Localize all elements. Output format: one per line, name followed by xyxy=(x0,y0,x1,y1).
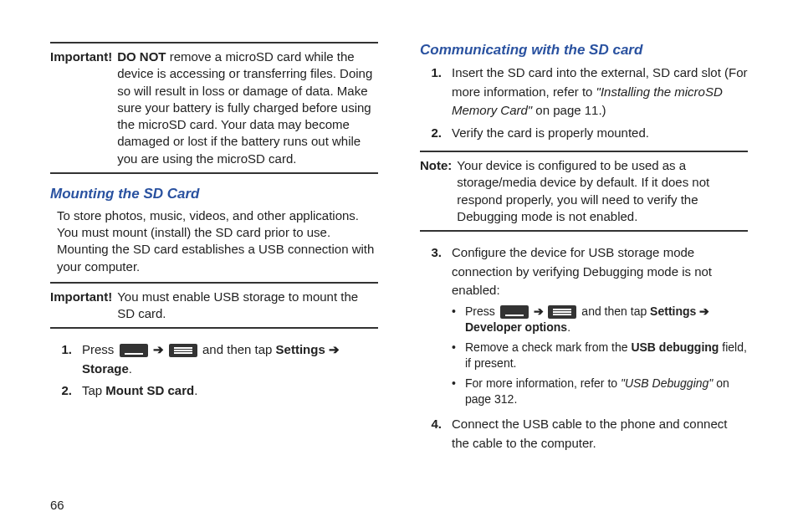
step-number: 1. xyxy=(57,340,72,378)
bullet-icon: • xyxy=(452,304,460,336)
important1-body: remove a microSD card while the device i… xyxy=(117,49,372,166)
bullet-content: For more information, refer to "USB Debu… xyxy=(465,376,748,408)
text: Configure the device for USB storage mod… xyxy=(452,245,712,297)
mount-sd-label: Mount SD card xyxy=(105,383,194,397)
sub-bullets: • Press ➔ and then tap Settings ➔ Develo… xyxy=(452,304,748,409)
text: . xyxy=(567,320,570,334)
step-number: 2. xyxy=(427,124,442,143)
important-label-2: Important! xyxy=(50,289,112,323)
communicating-steps-1: 1. Insert the SD card into the external,… xyxy=(420,64,748,142)
text: Press xyxy=(82,342,118,356)
step-content: Insert the SD card into the external, SD… xyxy=(452,64,748,120)
arrow-icon: ➔ xyxy=(153,342,164,356)
text: and then tap xyxy=(202,342,276,356)
step-content: Verify the card is properly mounted. xyxy=(452,124,748,143)
arrow-icon: ➔ xyxy=(329,342,340,356)
home-button-icon xyxy=(500,305,529,319)
step-content: Connect the USB cable to the phone and c… xyxy=(452,415,748,453)
note-block: Note: Your device is configured to be us… xyxy=(420,151,748,232)
list-item: 3. Configure the device for USB storage … xyxy=(427,243,748,412)
text: Press xyxy=(465,304,499,318)
usb-debugging-label: USB debugging xyxy=(631,340,719,354)
do-not: DO NOT xyxy=(117,49,166,64)
mounting-paragraph: To store photos, music, videos, and othe… xyxy=(50,207,378,275)
list-item: 2. Verify the card is properly mounted. xyxy=(427,124,748,143)
bullet-icon: • xyxy=(452,340,460,372)
important-text: DO NOT remove a microSD card while the d… xyxy=(117,49,378,167)
page-columns: Important! DO NOT remove a microSD card … xyxy=(50,42,748,485)
list-item: • Remove a check mark from the USB debug… xyxy=(452,340,748,372)
text: on page 11.) xyxy=(532,103,606,117)
important-label: Important! xyxy=(50,49,112,167)
bullet-icon: • xyxy=(452,376,460,408)
reference-italic: "USB Debugging" xyxy=(621,376,713,390)
step-content: Tap Mount SD card. xyxy=(82,381,378,401)
arrow-icon: ➔ xyxy=(534,304,544,318)
right-column: Communicating with the SD card 1. Insert… xyxy=(420,42,748,485)
note-label: Note: xyxy=(420,157,452,225)
text: . xyxy=(194,383,197,397)
arrow-icon: ➔ xyxy=(699,304,709,318)
list-item: 1. Press ➔ and then tap Settings ➔ Stora… xyxy=(57,340,378,378)
text: . xyxy=(129,361,132,376)
heading-mounting: Mounting the SD Card xyxy=(50,186,378,202)
step-number: 2. xyxy=(57,381,72,401)
bullet-content: Remove a check mark from the USB debuggi… xyxy=(465,340,748,372)
heading-communicating: Communicating with the SD card xyxy=(420,42,748,59)
step-number: 3. xyxy=(427,243,442,412)
developer-options-label: Developer options xyxy=(465,320,567,334)
step-content: Press ➔ and then tap Settings ➔ Storage. xyxy=(82,340,378,378)
text: Remove a check mark from the xyxy=(465,340,631,354)
list-item: • For more information, refer to "USB De… xyxy=(452,376,748,408)
menu-button-icon xyxy=(548,305,576,319)
menu-button-icon xyxy=(169,344,197,357)
list-item: 2. Tap Mount SD card. xyxy=(57,381,378,401)
text: For more information, refer to xyxy=(465,376,621,390)
step-content: Configure the device for USB storage mod… xyxy=(452,243,748,412)
page-number: 66 xyxy=(50,498,64,512)
list-item: 1. Insert the SD card into the external,… xyxy=(427,64,748,120)
step-number: 1. xyxy=(427,64,442,120)
important-block-2: Important! You must enable USB storage t… xyxy=(50,282,378,330)
settings-label: Settings xyxy=(650,304,699,318)
list-item: • Press ➔ and then tap Settings ➔ Develo… xyxy=(452,304,748,336)
left-column: Important! DO NOT remove a microSD card … xyxy=(50,42,378,485)
step-number: 4. xyxy=(427,415,442,453)
note-body: Your device is configured to be used as … xyxy=(457,157,748,225)
text: and then tap xyxy=(581,304,650,318)
important2-body: You must enable USB storage to mount the… xyxy=(117,289,378,323)
mounting-steps: 1. Press ➔ and then tap Settings ➔ Stora… xyxy=(50,340,378,401)
list-item: 4. Connect the USB cable to the phone an… xyxy=(427,415,748,453)
communicating-steps-2: 3. Configure the device for USB storage … xyxy=(420,243,748,453)
bullet-content: Press ➔ and then tap Settings ➔ Develope… xyxy=(465,304,748,336)
text: Tap xyxy=(82,383,105,397)
home-button-icon xyxy=(120,344,148,357)
storage-label: Storage xyxy=(82,361,129,376)
settings-label: Settings xyxy=(276,342,329,356)
important-block-1: Important! DO NOT remove a microSD card … xyxy=(50,42,378,174)
